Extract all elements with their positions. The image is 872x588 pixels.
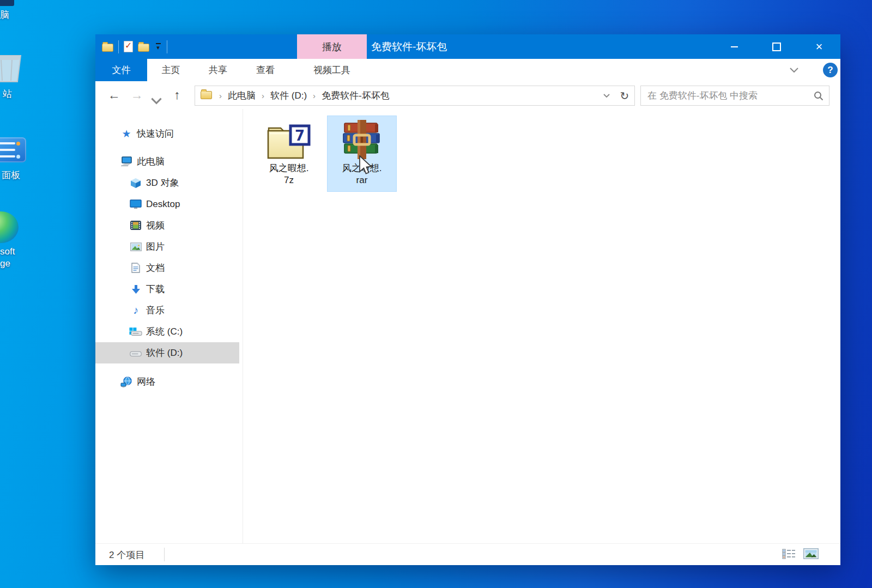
back-button[interactable]: ←	[104, 81, 124, 109]
sidebar-label: 文档	[146, 262, 165, 274]
file-name-line2: 7z	[254, 174, 324, 186]
sidebar-label: 软件 (D:)	[146, 347, 183, 359]
qat-new-folder-icon[interactable]	[138, 44, 149, 52]
file-name-line1: 风之暇想.	[254, 162, 324, 174]
microsoft-edge-icon[interactable]	[0, 211, 19, 243]
help-button[interactable]: ?	[823, 63, 838, 77]
view-toggle-buttons	[782, 548, 819, 559]
tab-file[interactable]: 文件	[95, 59, 147, 81]
breadcrumb-drive-d[interactable]: 软件 (D:)	[270, 89, 307, 102]
sidebar-item-videos[interactable]: 视频	[95, 215, 239, 236]
sidebar-item-quick-access[interactable]: ★ 快速访问	[95, 123, 239, 144]
maximize-button[interactable]	[755, 34, 798, 59]
sidebar-item-drive-d[interactable]: 软件 (D:)	[95, 342, 239, 363]
file-item-rar[interactable]: 风之暇想. rar	[327, 116, 397, 192]
desktop-label-control-panel[interactable]: 面板	[2, 169, 20, 181]
breadcrumb-current-folder[interactable]: 免费软件-坏坏包	[322, 89, 390, 102]
sidebar-label: 此电脑	[137, 155, 165, 168]
7z-file-icon: 7	[254, 116, 324, 160]
desktop-icon	[129, 199, 142, 209]
caption-buttons: ×	[713, 34, 840, 59]
control-panel-icon[interactable]	[0, 137, 26, 162]
recent-locations-chevron-icon[interactable]	[150, 81, 163, 109]
search-input[interactable]	[641, 90, 812, 101]
minimize-icon	[731, 46, 738, 47]
address-dropdown-chevron-icon[interactable]	[603, 93, 610, 98]
minimize-button[interactable]	[713, 34, 755, 59]
sidebar-label: Desktop	[146, 199, 180, 210]
sidebar-item-downloads[interactable]: 下载	[95, 278, 239, 300]
file-item-7z[interactable]: 7 风之暇想. 7z	[254, 116, 324, 192]
qat-separator	[167, 40, 167, 53]
tab-view[interactable]: 查看	[241, 59, 289, 81]
item-count: 2 个项目	[109, 549, 144, 561]
check-icon: ✓	[125, 40, 132, 51]
sidebar-label: 快速访问	[137, 128, 174, 140]
up-button[interactable]: ↑	[167, 81, 187, 109]
mouse-cursor	[359, 155, 373, 175]
forward-button[interactable]: →	[127, 81, 147, 109]
sidebar-item-network[interactable]: 网络	[95, 371, 239, 392]
desktop-icon-this-pc-fragment[interactable]	[0, 0, 14, 6]
recycle-bin-icon[interactable]	[0, 52, 24, 84]
search-icon[interactable]	[814, 91, 823, 101]
details-view-button[interactable]	[782, 549, 796, 559]
sidebar-item-pictures[interactable]: 图片	[95, 236, 239, 257]
large-icons-view-button[interactable]	[803, 548, 819, 559]
sidebar-label: 视频	[146, 219, 165, 232]
drive-d-icon	[129, 348, 142, 357]
sidebar-label: 系统 (C:)	[146, 325, 183, 338]
sidebar-item-this-pc[interactable]: 此电脑	[95, 151, 239, 172]
address-bar-row: ← → ↑ › 此电脑 › 软件 (D:) › 免费软件-坏坏包 ↻	[95, 81, 840, 110]
3d-objects-icon	[129, 178, 142, 189]
sidebar-item-music[interactable]: ♪ 音乐	[95, 300, 239, 321]
breadcrumb-separator-icon: ›	[256, 91, 270, 100]
qat-customize-dropdown-icon[interactable]: ▾	[154, 43, 162, 50]
desktop-label-recycle-bin[interactable]: 站	[3, 88, 12, 100]
ribbon-tab-row: 文件 主页 共享 查看 视频工具 ?	[95, 59, 840, 82]
status-divider	[164, 548, 165, 561]
address-bar[interactable]: › 此电脑 › 软件 (D:) › 免费软件-坏坏包	[195, 86, 616, 106]
title-bar: ✓ ▾ 播放 免费软件-坏坏包 ×	[95, 34, 840, 59]
explorer-window: ✓ ▾ 播放 免费软件-坏坏包 × 文件 主页 共享 查看 视频工具 ? ← →…	[95, 34, 840, 565]
svg-text:7: 7	[295, 128, 305, 144]
this-pc-icon	[120, 156, 133, 167]
refresh-button[interactable]: ↻	[615, 86, 635, 106]
sidebar-item-desktop[interactable]: Desktop	[95, 193, 239, 215]
sidebar-item-3d-objects[interactable]: 3D 对象	[95, 172, 239, 193]
address-folder-icon	[201, 91, 212, 99]
tab-home[interactable]: 主页	[147, 59, 195, 81]
qat-folder-icon[interactable]	[102, 44, 113, 52]
documents-icon	[129, 263, 142, 273]
desktop-label-pc[interactable]: 脑	[0, 9, 9, 21]
file-name-line2: rar	[327, 174, 397, 186]
tab-share[interactable]: 共享	[195, 59, 241, 81]
breadcrumb-this-pc[interactable]: 此电脑	[228, 89, 256, 102]
contextual-tab-play[interactable]: 播放	[297, 34, 367, 59]
sidebar-item-documents[interactable]: 文档	[95, 257, 239, 278]
sidebar-divider	[243, 109, 243, 565]
desktop-label-edge-line2[interactable]: ge	[0, 258, 10, 269]
sidebar-label: 网络	[137, 375, 155, 388]
qat-separator	[118, 40, 119, 53]
desktop-label-edge-line1[interactable]: soft	[0, 246, 15, 257]
chevron-down-icon[interactable]	[789, 66, 800, 73]
maximize-icon	[772, 43, 781, 51]
close-button[interactable]: ×	[798, 34, 840, 59]
drive-c-icon	[129, 327, 142, 336]
videos-icon	[129, 221, 142, 230]
quick-access-star-icon: ★	[120, 128, 133, 140]
breadcrumb-separator-icon: ›	[213, 91, 228, 100]
qat-properties-icon[interactable]: ✓	[124, 41, 133, 52]
sidebar-label: 图片	[146, 240, 165, 253]
window-title: 免费软件-坏坏包	[371, 34, 447, 59]
tab-video-tools[interactable]: 视频工具	[297, 59, 367, 81]
rar-file-icon	[327, 116, 397, 160]
music-icon: ♪	[129, 304, 142, 317]
search-box	[640, 86, 829, 106]
sidebar-item-drive-c[interactable]: 系统 (C:)	[95, 321, 239, 342]
quick-access-toolbar: ✓ ▾	[102, 34, 167, 59]
breadcrumb-separator-icon: ›	[307, 91, 322, 100]
sidebar-label: 下载	[146, 283, 165, 295]
sidebar-label: 音乐	[146, 304, 165, 317]
